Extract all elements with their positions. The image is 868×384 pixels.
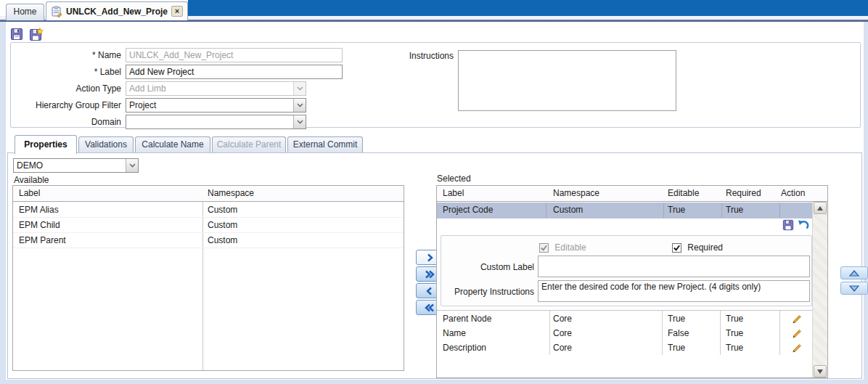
action-type-select: Add Limb xyxy=(126,81,306,96)
category-select-value: DEMO xyxy=(17,159,123,172)
cell-label: Name xyxy=(443,326,466,341)
custom-label-field[interactable] xyxy=(538,256,810,277)
label-field[interactable] xyxy=(126,65,343,79)
action-type-label: Action Type xyxy=(11,81,121,96)
selected-col-label: Label xyxy=(443,186,464,201)
scroll-down-icon[interactable] xyxy=(814,365,827,377)
available-col-namespace: Namespace xyxy=(208,186,254,201)
selected-col-action: Action xyxy=(781,186,805,201)
available-col-label: Label xyxy=(19,186,40,201)
cell-namespace: Custom xyxy=(208,233,237,248)
chevron-down-icon[interactable] xyxy=(126,159,138,172)
hierarchy-group-filter-value: Project xyxy=(129,99,291,112)
move-up-button[interactable] xyxy=(840,266,868,279)
save-icon[interactable] xyxy=(10,28,25,42)
property-instructions-field[interactable]: Enter the desired code for the new Proje… xyxy=(538,280,810,302)
tab-validations[interactable]: Validations xyxy=(78,136,134,153)
tab-validations-label: Validations xyxy=(85,139,127,150)
name-label: * Name xyxy=(11,48,121,62)
selected-grid-header: Label Namespace Editable Required Action xyxy=(437,186,827,202)
property-instructions-label: Property Instructions xyxy=(441,287,534,297)
available-row[interactable]: EPM Child Custom xyxy=(13,218,404,233)
cell-namespace: Custom xyxy=(208,203,237,218)
cell-label: Parent Node xyxy=(443,311,491,327)
cell-required: True xyxy=(726,311,743,327)
chevron-down-icon xyxy=(293,82,306,95)
cell-required: True xyxy=(726,326,743,341)
editable-checkbox-group: Editable xyxy=(539,242,586,253)
name-field xyxy=(126,48,343,62)
tab-bar-blue-fill xyxy=(188,0,868,16)
property-editor-panel: Editable Required Custom Label Property … xyxy=(441,235,812,306)
required-checkbox-label: Required xyxy=(687,242,723,253)
tab-calculate-parent: Calculate Parent xyxy=(212,136,286,153)
cell-label: Description xyxy=(443,340,486,356)
hierarchy-group-filter-label: Hierarchy Group Filter xyxy=(11,98,121,113)
tab-active-document[interactable]: UNLCK_Add_New_Project* × xyxy=(46,1,188,20)
hierarchy-group-filter-select[interactable]: Project xyxy=(126,98,306,113)
tab-external-commit[interactable]: External Commit xyxy=(287,136,363,153)
selected-row-project-code[interactable]: Project Code Custom True True xyxy=(437,203,812,218)
cell-label: EPM Parent xyxy=(19,233,66,248)
editable-checkbox-label: Editable xyxy=(554,242,586,253)
category-select[interactable]: DEMO xyxy=(13,158,139,173)
cell-label: EPM Alias xyxy=(19,203,59,218)
instructions-label: Instructions xyxy=(345,51,454,61)
available-title: Available xyxy=(14,175,49,185)
row-save-icon[interactable] xyxy=(782,219,794,233)
cell-editable: True xyxy=(668,203,685,218)
selected-col-namespace: Namespace xyxy=(553,186,599,201)
selected-rows-region: Parent Node Core True True Name Core Fal… xyxy=(437,310,812,355)
required-checkbox-group: Required xyxy=(672,242,723,253)
tab-close-icon[interactable]: × xyxy=(171,6,183,17)
cell-required: True xyxy=(726,203,743,218)
cell-namespace: Custom xyxy=(553,203,583,218)
tab-calculate-name[interactable]: Calculate Name xyxy=(135,136,210,153)
cell-editable: True xyxy=(668,340,685,356)
action-type-value: Add Limb xyxy=(129,82,291,95)
cell-required: True xyxy=(726,340,743,356)
cell-label: Project Code xyxy=(443,203,493,218)
tab-calculate-name-label: Calculate Name xyxy=(142,139,203,150)
available-row[interactable]: EPM Parent Custom xyxy=(13,233,404,248)
tab-external-commit-label: External Commit xyxy=(293,139,358,150)
save-new-icon[interactable] xyxy=(29,28,44,42)
chevron-down-icon[interactable] xyxy=(293,99,306,112)
properties-tab-panel: DEMO Available Selected Label Namespace … xyxy=(7,152,862,379)
tab-properties[interactable]: Properties xyxy=(15,135,77,154)
chevron-down-icon[interactable] xyxy=(293,115,306,128)
selected-col-editable: Editable xyxy=(668,186,699,201)
move-down-button[interactable] xyxy=(840,282,868,295)
tab-home[interactable]: Home xyxy=(6,4,44,20)
domain-label: Domain xyxy=(11,115,121,129)
document-tab-icon xyxy=(51,6,62,17)
cell-editable: True xyxy=(668,311,685,327)
label-label: * Label xyxy=(11,65,121,79)
editable-checkbox xyxy=(539,243,549,253)
property-row-parent-node[interactable]: Parent Node Core True True xyxy=(437,311,812,326)
custom-label-label: Custom Label xyxy=(441,262,534,272)
tab-calculate-parent-label: Calculate Parent xyxy=(217,139,282,150)
action-form-panel: * Name * Label Action Type Add Limb Hier… xyxy=(10,42,861,128)
cell-namespace: Core xyxy=(553,326,572,341)
property-row-description[interactable]: Description Core True True xyxy=(437,340,812,355)
domain-select[interactable] xyxy=(126,115,306,129)
instructions-field[interactable] xyxy=(458,50,676,111)
top-tab-bar: Home UNLCK_Add_New_Project* × xyxy=(0,0,868,22)
tab-properties-label: Properties xyxy=(24,139,67,150)
required-checkbox[interactable] xyxy=(672,243,681,253)
pencil-edit-icon[interactable] xyxy=(791,342,802,358)
selected-grid: Label Namespace Editable Required Action… xyxy=(436,185,828,378)
tab-home-label: Home xyxy=(13,7,36,17)
available-row[interactable]: EPM Alias Custom xyxy=(13,203,404,218)
selected-col-required: Required xyxy=(726,186,761,201)
cell-editable: False xyxy=(668,326,689,341)
selected-title: Selected xyxy=(437,173,471,184)
scroll-up-icon[interactable] xyxy=(814,202,827,214)
selected-grid-scrollbar[interactable] xyxy=(812,202,827,377)
property-row-name[interactable]: Name Core False True xyxy=(437,326,812,340)
cell-label: EPM Child xyxy=(19,218,60,233)
cell-namespace: Custom xyxy=(208,218,237,233)
tab-active-label: UNLCK_Add_New_Project* xyxy=(66,7,168,17)
row-undo-icon[interactable] xyxy=(797,219,809,233)
